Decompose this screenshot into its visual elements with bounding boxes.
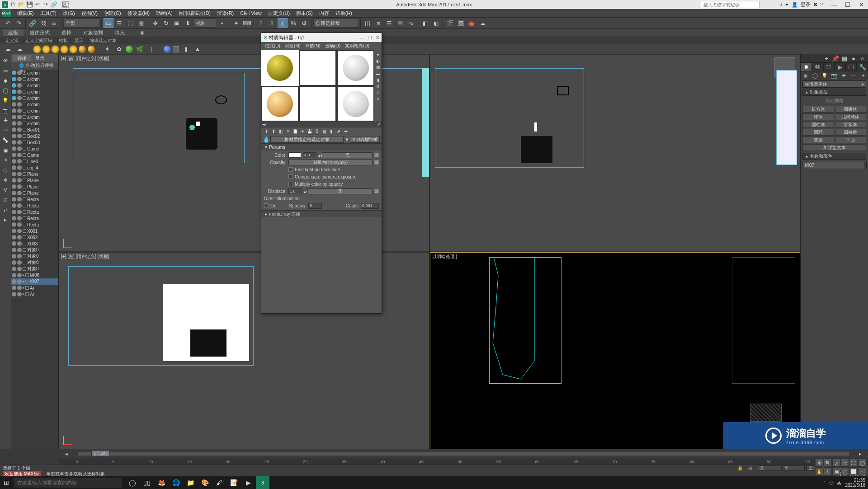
cp-tab-create[interactable]: ✹ [801, 62, 812, 71]
prim-btn-8[interactable]: 茶壶 [802, 136, 834, 143]
new-icon[interactable]: 🗋 [10, 1, 16, 8]
snap-3d-btn[interactable]: 3 [267, 18, 277, 28]
help-search-input[interactable] [701, 1, 760, 8]
light-preset-1[interactable] [33, 46, 41, 53]
cat-helpers[interactable]: ✚ [839, 71, 849, 80]
cat-space[interactable]: 〰 [849, 71, 858, 80]
me-color-map-chk[interactable]: ✓ [374, 153, 379, 157]
nav-walk-icon[interactable]: 🚶 [824, 467, 832, 475]
me-subdivs-spinner[interactable]: 8 [308, 203, 322, 209]
se-sort-header[interactable]: 🌐 名称(按升序排序) [11, 62, 58, 70]
light-preset-6[interactable] [79, 46, 86, 53]
me-pick-icon[interactable]: 💧 [263, 134, 269, 144]
ref-coord-combo[interactable]: 视图 [193, 19, 216, 28]
ribbon-sub-2[interactable]: 模拟 [56, 38, 71, 44]
me-put-lib-icon[interactable]: 💾 [307, 128, 313, 134]
material-slot-2[interactable] [299, 50, 337, 86]
angle-snap-btn[interactable]: ∡ [278, 18, 288, 28]
nav-zregion-icon[interactable]: ▭ [841, 459, 849, 467]
me-gosibling-icon[interactable]: ⬌ [343, 128, 349, 134]
nav-fov-icon[interactable]: ◿ [832, 459, 840, 467]
redo-btn[interactable]: ↷ [14, 18, 24, 28]
me-backside-chk[interactable] [288, 167, 293, 172]
scene-item[interactable]: archm [11, 82, 58, 89]
nav-zoom-icon[interactable]: 🔍 [824, 459, 832, 467]
undo-btn[interactable]: ↶ [3, 18, 13, 28]
me-on-chk[interactable] [264, 203, 269, 208]
scene-item[interactable]: 对象0 [11, 259, 58, 266]
me-displace-map-btn[interactable]: 无 [307, 188, 373, 194]
spinner-snap-btn[interactable]: ⚙ [299, 18, 309, 28]
me-uv-tile-icon[interactable]: ▬ [375, 71, 381, 76]
me-minimize-btn[interactable]: ― [359, 35, 364, 41]
me-select-icon[interactable]: ✓ [375, 90, 381, 95]
me-backlight-icon[interactable]: ◐ [375, 58, 381, 64]
time-slider[interactable]: ◂ 0 / 100 ▸ [59, 449, 868, 458]
plant-preset-1[interactable] [126, 46, 133, 53]
me-exposure-chk[interactable] [288, 174, 293, 179]
redo-icon[interactable]: ↷ [42, 1, 49, 8]
menu-help[interactable]: 帮助(H) [333, 10, 355, 17]
cp-tab-motion[interactable]: ▶ [834, 62, 845, 71]
cat-systems[interactable]: ✦ [859, 71, 868, 80]
align-btn[interactable]: ≡ [373, 18, 383, 28]
scene-item[interactable]: archm [11, 70, 58, 76]
cp-tab-utilities[interactable]: 🔧 [857, 62, 868, 71]
nav-zext2-icon[interactable]: ⬜ [849, 467, 858, 475]
tray-clock[interactable]: 21:35 2021/5/18 [845, 478, 866, 488]
se-none-icon[interactable]: ∅ [1, 195, 10, 204]
se-collapse-icon[interactable]: ▸ [1, 215, 10, 224]
se-frozen-icon[interactable]: ❄ [1, 175, 10, 184]
scene-item[interactable]: Box01 [11, 127, 58, 133]
me-cutoff-spinner[interactable]: 0.001 [361, 203, 379, 209]
menu-animation[interactable]: 动画(A) [153, 10, 175, 17]
me-menu-mode[interactable]: 模式(D) [263, 43, 282, 49]
menu-civil[interactable]: Civil View [237, 10, 264, 16]
material-slot-4[interactable] [261, 86, 299, 122]
me-maximize-btn[interactable]: ☐ [368, 35, 372, 41]
scene-item[interactable]: Line0 [11, 158, 58, 165]
me-sample-type-icon[interactable]: ● [375, 52, 381, 57]
me-menu-material[interactable]: 材质(M) [283, 43, 302, 49]
menu-customize[interactable]: 自定义(U) [265, 10, 292, 17]
prim-btn-7[interactable]: 四棱锥 [835, 129, 867, 136]
snap-lock-icon[interactable]: 🔒 [737, 465, 743, 470]
light-preset-4[interactable] [61, 46, 68, 53]
maximize-button[interactable]: ☐ [841, 0, 854, 9]
render-setup-btn[interactable]: 🎬 [445, 18, 455, 28]
ribbon-pin-icon[interactable]: ◉ [135, 30, 150, 36]
cloud2-icon[interactable]: ☁ [14, 44, 24, 54]
cp-tab-modify[interactable]: 🛠 [812, 62, 823, 71]
scene-item[interactable]: archm [11, 120, 58, 127]
scene-item[interactable]: X003 [11, 240, 58, 247]
sync-icon[interactable]: ✦ [785, 2, 789, 8]
nav-max-icon[interactable]: ▣ [832, 467, 840, 475]
ribbon-tab-modeling[interactable]: 建模 [3, 29, 24, 36]
se-tab-select[interactable]: 选择 [13, 55, 31, 61]
me-displace-spinner[interactable]: 1.0 [288, 188, 302, 194]
prim-btn-4[interactable]: 圆柱体 [802, 121, 834, 128]
me-show-map-icon[interactable]: ▦ [321, 128, 327, 134]
infocenter-icon[interactable]: ⌗ [779, 2, 782, 8]
me-put-icon[interactable]: ⬆ [270, 128, 277, 134]
tb-taskview-icon[interactable]: ▯▯ [140, 476, 154, 489]
tb-app2-icon[interactable]: 🖌 [212, 476, 226, 489]
percent-snap-btn[interactable]: % [288, 18, 298, 28]
tb-cortana-icon[interactable]: ◯ [126, 476, 139, 489]
material-slot-5[interactable] [299, 86, 337, 122]
isolate-icon[interactable]: ◎ [748, 465, 752, 470]
rotate-btn[interactable]: ↻ [161, 18, 171, 28]
open-icon[interactable]: 📂 [18, 1, 24, 8]
tb-app3-icon[interactable]: ▶ [241, 476, 255, 489]
bush-icon[interactable]: | [146, 44, 156, 54]
windows-search-input[interactable] [14, 478, 122, 488]
material-editor-btn[interactable]: ◐ [431, 18, 441, 28]
menu-tools[interactable]: 工具(T) [38, 10, 59, 17]
cat-shapes[interactable]: ◯ [810, 71, 820, 80]
primitive-category-combo[interactable]: 标准基本体▾ [802, 80, 866, 88]
render-online-btn[interactable]: ☁ [477, 18, 487, 28]
se-select-icon[interactable]: ▭ [1, 66, 10, 75]
me-assign-button[interactable]: 将材质指定给选定对象 [270, 136, 344, 143]
curve-editor-btn[interactable]: ∿ [406, 18, 416, 28]
workspace-selector[interactable]: 工作区: 默认 [62, 1, 69, 8]
